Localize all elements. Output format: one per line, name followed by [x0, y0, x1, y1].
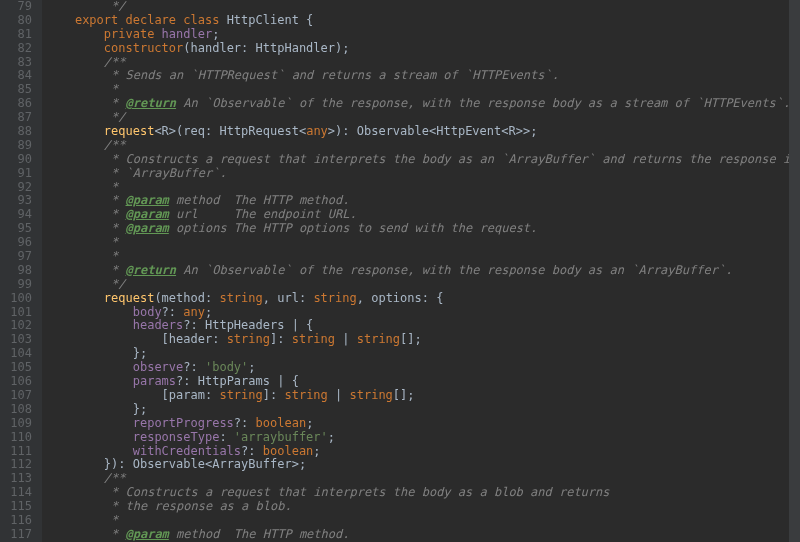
code-line[interactable]: * — [46, 250, 800, 264]
code-line[interactable]: }; — [46, 403, 800, 417]
line-number: 94 — [0, 208, 32, 222]
token: >>; — [516, 124, 538, 138]
token: HttpRequest — [219, 124, 298, 138]
code-line[interactable]: * Constructs a request that interprets t… — [46, 153, 800, 167]
line-number: 116 — [0, 514, 32, 528]
code-line[interactable]: [param: string]: string | string[]; — [46, 389, 800, 403]
token: , — [263, 291, 277, 305]
code-line[interactable]: withCredentials?: boolean; — [46, 445, 800, 459]
code-line[interactable]: */ — [46, 111, 800, 125]
token: ); — [335, 41, 349, 55]
token: withCredentials — [133, 444, 241, 458]
line-number: 106 — [0, 375, 32, 389]
token: reportProgress — [133, 416, 234, 430]
token: ; — [248, 360, 255, 374]
code-line[interactable]: * @return An `Observable` of the respons… — [46, 97, 800, 111]
code-line[interactable]: * Constructs a request that interprets t… — [46, 486, 800, 500]
token: * the response as a blob. — [104, 499, 292, 513]
code-line[interactable]: [header: string]: string | string[]; — [46, 333, 800, 347]
line-number: 111 — [0, 445, 32, 459]
code-line[interactable]: /** — [46, 56, 800, 70]
code-line[interactable]: /** — [46, 472, 800, 486]
code-line[interactable]: * @param method The HTTP method. — [46, 528, 800, 542]
code-line[interactable]: }; — [46, 347, 800, 361]
token: options — [371, 291, 422, 305]
code-line[interactable]: * @param url The endpoint URL. — [46, 208, 800, 222]
code-line[interactable]: * — [46, 83, 800, 97]
token: request — [104, 291, 155, 305]
token: >; — [292, 457, 306, 471]
line-number: 97 — [0, 250, 32, 264]
code-line[interactable]: }): Observable<ArrayBuffer>; — [46, 458, 800, 472]
code-line[interactable]: * `ArrayBuffer`. — [46, 167, 800, 181]
line-number: 87 — [0, 111, 32, 125]
line-number: 109 — [0, 417, 32, 431]
token: : — [205, 388, 219, 402]
token: string — [313, 291, 356, 305]
token: | — [335, 388, 349, 402]
token: ; — [306, 416, 313, 430]
code-line[interactable]: headers?: HttpHeaders | { — [46, 319, 800, 333]
line-number: 107 — [0, 389, 32, 403]
code-area[interactable]: */ export declare class HttpClient { pri… — [42, 0, 800, 542]
code-line[interactable]: body?: any; — [46, 306, 800, 320]
code-line[interactable]: export declare class HttpClient { — [46, 14, 800, 28]
code-line[interactable]: * the response as a blob. — [46, 500, 800, 514]
code-line[interactable]: * @param method The HTTP method. — [46, 194, 800, 208]
token: >( — [169, 124, 183, 138]
token: param — [169, 388, 205, 402]
token: string — [219, 291, 262, 305]
token: string — [292, 332, 343, 346]
token: method The HTTP method. — [169, 527, 350, 541]
code-line[interactable]: */ — [46, 0, 800, 14]
token: headers — [133, 318, 184, 332]
token: An `Observable` of the response, with th… — [176, 96, 790, 110]
code-editor[interactable]: 7980818283848586878889909192939495969798… — [0, 0, 800, 542]
code-line[interactable]: private handler; — [46, 28, 800, 42]
token: * — [104, 221, 126, 235]
token: @param — [125, 193, 168, 207]
token: header — [169, 332, 212, 346]
code-line[interactable]: /** — [46, 139, 800, 153]
token: ( — [183, 41, 190, 55]
line-number-gutter: 7980818283848586878889909192939495969798… — [0, 0, 42, 542]
line-number: 89 — [0, 139, 32, 153]
code-line[interactable]: observe?: 'body'; — [46, 361, 800, 375]
code-line[interactable]: * — [46, 181, 800, 195]
token: ; — [313, 444, 320, 458]
token: []; — [400, 332, 422, 346]
token: HttpClient — [227, 13, 306, 27]
token: * — [104, 235, 118, 249]
code-line[interactable]: * Sends an `HTTPRequest` and returns a s… — [46, 69, 800, 83]
token: 'body' — [205, 360, 248, 374]
code-line[interactable]: * @param options The HTTP options to sen… — [46, 222, 800, 236]
token: HttpEvent — [436, 124, 501, 138]
token: : — [205, 124, 219, 138]
code-line[interactable]: reportProgress?: boolean; — [46, 417, 800, 431]
token: ; — [205, 305, 212, 319]
line-number: 112 — [0, 458, 32, 472]
line-number: 113 — [0, 472, 32, 486]
code-line[interactable]: responseType: 'arraybuffer'; — [46, 431, 800, 445]
token: method — [162, 291, 205, 305]
token: []; — [393, 388, 415, 402]
code-line[interactable]: * — [46, 514, 800, 528]
code-line[interactable]: request(method: string, url: string, opt… — [46, 292, 800, 306]
line-number: 98 — [0, 264, 32, 278]
line-number: 85 — [0, 83, 32, 97]
token: private — [104, 27, 162, 41]
token: ?: — [176, 374, 198, 388]
token: < — [501, 124, 508, 138]
code-line[interactable]: request<R>(req: HttpRequest<any>): Obser… — [46, 125, 800, 139]
line-number: 99 — [0, 278, 32, 292]
code-line[interactable]: * — [46, 236, 800, 250]
token: }; — [133, 346, 147, 360]
code-line[interactable]: */ — [46, 278, 800, 292]
code-line[interactable]: params?: HttpParams | { — [46, 375, 800, 389]
vertical-scrollbar[interactable] — [789, 0, 800, 542]
code-line[interactable]: * @return An `Observable` of the respons… — [46, 264, 800, 278]
token: : — [205, 291, 219, 305]
token: @return — [125, 263, 176, 277]
token: , — [357, 291, 371, 305]
code-line[interactable]: constructor(handler: HttpHandler); — [46, 42, 800, 56]
